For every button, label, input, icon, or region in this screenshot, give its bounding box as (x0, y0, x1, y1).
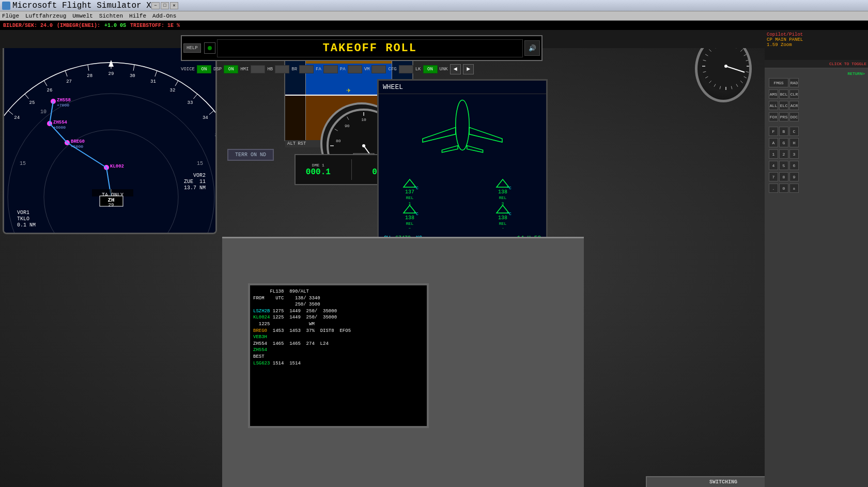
key-pm[interactable]: ± (789, 184, 799, 193)
unk-label: UNK (440, 67, 448, 72)
br-label: BR (291, 67, 297, 72)
minimize-button[interactable]: − (151, 2, 160, 9)
pres-key[interactable]: PRS (779, 112, 788, 121)
num-row3: 7 8 9 (767, 171, 866, 182)
voice-panel: VOICE ON DSP ON HMI HB BR FA PA VM CFG L… (181, 62, 542, 77)
pa-label: PA (340, 67, 346, 72)
dme1-label: DME 1 (306, 163, 331, 168)
on-indicator (204, 42, 215, 54)
fox-key[interactable]: FOX (769, 112, 778, 121)
key-3[interactable]: 3 (789, 149, 799, 159)
menu-addons[interactable]: Add-Ons (152, 13, 176, 19)
key-a[interactable]: A (769, 138, 778, 147)
voice-label: VOICE (181, 67, 195, 72)
lk-on-btn[interactable]: ON (423, 65, 438, 73)
key-g[interactable]: G (779, 138, 788, 147)
cfg-btn[interactable] (399, 65, 413, 73)
key-1[interactable]: 1 (769, 149, 778, 159)
key-b[interactable]: B (779, 127, 788, 136)
topright-line2: 1.59 Zoom (767, 42, 866, 48)
num-row1: 1 2 3 (767, 148, 866, 160)
elec-key[interactable]: ELC (779, 101, 788, 110)
vm-btn[interactable] (371, 65, 386, 73)
key-8[interactable]: 8 (779, 172, 788, 181)
mcdu-wp3: 1225 WM (253, 321, 424, 328)
mcdu-wp7: ZH554 (253, 347, 424, 354)
prev-arrow[interactable]: ◄ (450, 64, 461, 74)
doc3-key[interactable]: DOC (789, 112, 799, 121)
titlebar: Microsoft Flight Simulator X − □ ✕ (0, 0, 868, 11)
key-f[interactable]: F (769, 127, 778, 136)
hb-btn[interactable] (275, 65, 289, 73)
alpha-row2: A G H (767, 137, 866, 148)
function-keys-area: RETURN> FMGS RAD AMS BCL CLR ALL ELC ACR… (765, 68, 868, 196)
close-button[interactable]: ✕ (170, 2, 178, 9)
rst-btn[interactable]: RST (298, 141, 306, 146)
maximize-button[interactable]: □ (161, 2, 169, 9)
topright-title: Copilot/Pilot (767, 32, 866, 37)
key-h[interactable]: H (789, 138, 799, 147)
key-6[interactable]: 6 (789, 161, 799, 170)
volume-button[interactable]: 🔊 (524, 40, 540, 56)
status-triebstoff: TRIEBSTOFF: 1E % (130, 23, 180, 28)
titlebar-title: Microsoft Flight Simulator X (12, 1, 151, 10)
menu-fluge[interactable]: Flüge (2, 13, 19, 19)
fkey-row1: FMGS RAD (767, 77, 866, 88)
next-arrow[interactable]: ► (463, 64, 474, 74)
mcdu-display: FL138 890/ALT FROM UTC 138/ 3340 250/ 35… (248, 283, 429, 428)
dsp-label: DSP (213, 67, 222, 72)
cfg-label: CFG (388, 67, 396, 72)
bcl-key[interactable]: BCL (779, 89, 788, 99)
dsp-on-btn[interactable]: ON (224, 65, 238, 73)
statusbar: BILDER/SEK: 24.0 (IMBEGR(ENE1): +1.0 0S … (0, 21, 868, 30)
help-label: HELP (183, 43, 201, 53)
keyboard-panel: CLICK TO TOGGLE RETURN> FMGS RAD AMS BCL… (765, 60, 868, 487)
titlebar-buttons: − □ ✕ (151, 2, 178, 9)
acrs-key[interactable]: ACR (789, 101, 799, 110)
key-dot[interactable]: . (769, 184, 778, 193)
key-4[interactable]: 4 (769, 161, 778, 170)
menubar: Flüge Luftfahrzeug Umwelt Sichten Hilfe … (0, 11, 868, 21)
key-2[interactable]: 2 (779, 149, 788, 159)
mcdu-wp4: BREG0 1453 1453 37% DIST8 EFO5 (253, 328, 424, 334)
menu-sichten[interactable]: Sichten (99, 13, 123, 19)
key-9[interactable]: 9 (789, 172, 799, 181)
takeoff-message: TAKEOFF ROLL (217, 39, 523, 57)
cockpit-view: FOB: 6010 KG LOG LT ET HELP TAKEOFF ROLL… (0, 30, 868, 487)
vm-label: VM (364, 67, 370, 72)
pa-btn[interactable] (348, 65, 362, 73)
voice-on-btn1[interactable]: ON (197, 65, 211, 73)
fmgs-key[interactable]: FMGS (769, 78, 788, 87)
aircraft-symbol: ✈ (347, 86, 351, 95)
acms-key[interactable]: AMS (769, 89, 778, 99)
menu-hilfe[interactable]: Hilfe (129, 13, 146, 19)
menu-luftfahrzeug[interactable]: Luftfahrzeug (25, 13, 66, 19)
br-btn[interactable] (299, 65, 314, 73)
alt-btn[interactable]: ALT (287, 141, 296, 146)
terr-on-nd[interactable]: TERR ON ND (227, 149, 274, 161)
return-btn[interactable]: RETURN> (767, 70, 866, 77)
rad-key[interactable]: RAD (789, 78, 799, 87)
key-7[interactable]: 7 (769, 172, 778, 181)
topright-info: Copilot/Pilot CP MAIN PANEL 1.59 Zoom (765, 30, 868, 60)
status-value1: +1.0 0S (104, 23, 126, 28)
fkey-row2: AMS BCL CLR (767, 88, 866, 100)
key-0[interactable]: 0 (779, 184, 788, 193)
hmi-btn[interactable] (251, 65, 265, 73)
dme1-value: 000.1 (306, 168, 331, 177)
mcdu-wp2: KL0024 1225 1449 250/ 35000 (253, 314, 424, 321)
fa-label: FA (316, 67, 321, 72)
mcdu-wp5: VEB3H (253, 334, 424, 341)
key-5[interactable]: 5 (779, 161, 788, 170)
ecam-canvas (379, 94, 546, 229)
hmi-label: HMI (240, 67, 249, 72)
topright-line1: CP MAIN PANEL (767, 37, 866, 42)
all-key[interactable]: ALL (769, 101, 778, 110)
alpha-keys: F B C A G H 1 2 3 4 5 6 (767, 126, 866, 194)
fa-btn[interactable] (323, 65, 338, 73)
key-c[interactable]: C (789, 127, 799, 136)
mcdu-title: FL138 890/ALT (253, 288, 424, 295)
menu-umwelt[interactable]: Umwelt (72, 13, 93, 19)
hb-label: HB (267, 67, 273, 72)
clr-key[interactable]: CLR (789, 89, 799, 99)
